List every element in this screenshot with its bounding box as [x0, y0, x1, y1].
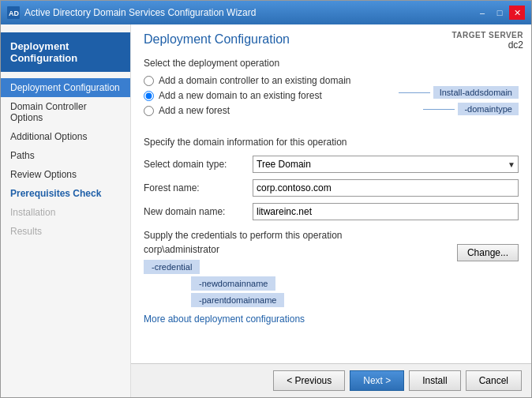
radio-add-controller-label: Add a domain controller to an existing d… — [159, 75, 350, 86]
page-content: Deployment Configuration Select the depl… — [131, 24, 531, 363]
credentials-user: corp\administrator — [144, 244, 284, 255]
callout-domaintype: -domaintype — [458, 103, 519, 115]
domain-info-section: Specify the domain information for this … — [144, 137, 519, 220]
radio-add-new-forest[interactable]: Add a new forest — [144, 105, 399, 116]
form-row-forest-name: Forest name: — [144, 179, 519, 197]
annotation-parentdomainname: -parentdomainname — [191, 293, 284, 307]
form-label-new-domain-name: New domain name: — [144, 206, 246, 217]
sidebar-item-results: Results — [1, 222, 130, 241]
target-server: TARGET SERVER dc2 — [451, 31, 523, 51]
credentials-row: corp\administrator -credential -newdomai… — [144, 244, 519, 307]
radio-add-new-domain-label: Add a new domain to an existing forest — [159, 90, 322, 101]
install-button[interactable]: Install — [409, 370, 460, 391]
new-domain-name-input[interactable] — [253, 203, 519, 220]
maximize-button[interactable]: □ — [492, 6, 508, 20]
annotation-newdomainname-row: -newdomainname — [144, 276, 284, 291]
sidebar-item-domain-controller-options[interactable]: Domain Controller Options — [1, 97, 130, 127]
next-button[interactable]: Next > — [350, 370, 404, 391]
sidebar: Deployment Configuration Deployment Conf… — [1, 24, 131, 397]
close-button[interactable]: ✕ — [509, 6, 525, 20]
forest-name-input[interactable] — [253, 179, 519, 197]
bottom-annotations: -credential -newdomainname -parentdomain… — [144, 260, 284, 307]
title-bar-controls: – □ ✕ — [474, 6, 525, 20]
domain-info-label: Specify the domain information for this … — [144, 137, 519, 148]
more-info-link[interactable]: More about deployment configurations — [144, 314, 519, 325]
form-row-domain-type: Select domain type: Tree Domain Child Do… — [144, 156, 519, 173]
form-label-domain-type: Select domain type: — [144, 159, 246, 170]
form-row-new-domain-name: New domain name: — [144, 203, 519, 220]
svg-text:AD: AD — [9, 9, 19, 17]
annotation-parentdomainname-row: -parentdomainname — [144, 293, 284, 307]
footer: < Previous Next > Install Cancel — [131, 363, 531, 397]
main-window: AD Active Directory Domain Services Conf… — [0, 0, 532, 398]
app-icon: AD — [7, 6, 20, 19]
sidebar-item-additional-options[interactable]: Additional Options — [1, 127, 130, 146]
target-server-label: TARGET SERVER — [451, 31, 523, 39]
window-title: Active Directory Domain Services Configu… — [24, 7, 256, 18]
radio-group: Add a domain controller to an existing d… — [144, 75, 399, 116]
sidebar-item-review-options[interactable]: Review Options — [1, 165, 130, 184]
callout-install-addsdomain: Install-addsdomain — [433, 86, 519, 99]
radio-add-new-domain-input[interactable] — [144, 91, 154, 101]
radio-add-controller-input[interactable] — [144, 76, 154, 86]
deployment-section-label: Select the deployment operation — [144, 58, 519, 69]
minimize-button[interactable]: – — [474, 6, 490, 20]
title-bar: AD Active Directory Domain Services Conf… — [1, 1, 531, 24]
radio-add-new-forest-label: Add a new forest — [159, 105, 230, 116]
sidebar-item-paths[interactable]: Paths — [1, 146, 130, 165]
sidebar-item-deployment-configuration[interactable]: Deployment Configuration — [1, 78, 130, 97]
radio-add-new-domain[interactable]: Add a new domain to an existing forest — [144, 90, 399, 101]
cancel-button[interactable]: Cancel — [466, 370, 522, 391]
content-area: Deployment Configuration Deployment Conf… — [1, 24, 531, 397]
select-wrapper-domain-type: Tree Domain Child Domain ▼ — [253, 156, 519, 173]
change-button[interactable]: Change... — [457, 244, 519, 261]
annotation-credential-row: -credential — [144, 260, 284, 274]
title-bar-left: AD Active Directory Domain Services Conf… — [7, 6, 256, 19]
radio-add-controller[interactable]: Add a domain controller to an existing d… — [144, 75, 399, 86]
previous-button[interactable]: < Previous — [273, 370, 345, 391]
form-label-forest-name: Forest name: — [144, 182, 246, 193]
target-server-name: dc2 — [451, 39, 523, 51]
radio-add-new-forest-input[interactable] — [144, 106, 154, 116]
sidebar-item-installation: Installation — [1, 203, 130, 222]
credentials-user-area: corp\administrator -credential -newdomai… — [144, 244, 284, 307]
domain-type-select[interactable]: Tree Domain Child Domain — [253, 156, 519, 173]
sidebar-header: Deployment Configuration — [1, 32, 130, 72]
credentials-section: Supply the credentials to perform this o… — [144, 230, 519, 307]
annotation-newdomainname: -newdomainname — [191, 276, 275, 291]
annotation-credential: -credential — [144, 260, 200, 274]
credentials-label: Supply the credentials to perform this o… — [144, 230, 519, 241]
sidebar-item-prerequisites-check[interactable]: Prerequisites Check — [1, 184, 130, 203]
main-content: TARGET SERVER dc2 Deployment Configurati… — [131, 24, 531, 397]
